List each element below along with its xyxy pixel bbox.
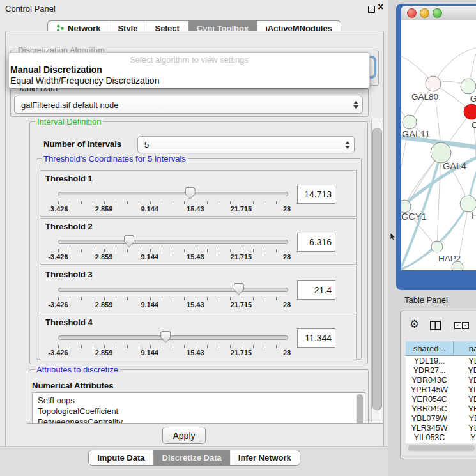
slider-track[interactable] [58,240,288,244]
threshold-panel-3: Threshold 3 -3.426 2.859 9.144 15.43 21.… [40,266,357,312]
slider-tick-labels: -3.426 2.859 9.144 15.43 21.715 28 [58,253,287,261]
tab-impute-data[interactable]: Impute Data [89,450,153,465]
table-data-value: galFiltered.sif default node [21,100,118,110]
table-panel: ⚙ ✓ ✓ shared... name YDL19...YDL1 YDR27.… [400,311,476,459]
checkbox-icon[interactable]: ✓ [454,322,461,329]
node-ga[interactable] [461,79,476,94]
slider-thumb[interactable] [234,283,244,295]
close-traffic-icon[interactable] [407,8,417,18]
table-row[interactable]: YBR045CYBR0 [406,404,476,413]
panel-title: Control Panel [5,4,56,13]
attributes-clip-region: Attributes to discretize Numerical Attri… [27,364,372,423]
threshold-panel-1: Threshold 1 -3.426 2.859 9.144 15.43 21.… [40,170,357,217]
num-intervals-value: 5 [144,140,149,150]
threshold-value-field[interactable] [297,280,335,300]
slider-thumb[interactable] [124,235,134,247]
threshold-label: Threshold 4 [45,318,93,327]
screenshot-root: Control Panel × Network Style Select Cyn… [0,0,476,476]
slider-tick-labels: -3.426 2.859 9.144 15.43 21.715 28 [58,205,287,213]
table-row[interactable]: YPR145WYPR1 [406,385,476,394]
node-hap2[interactable] [431,241,443,252]
table-row[interactable]: YER054CYER0 [406,394,476,404]
column-header-name[interactable]: name [454,341,476,356]
node-gal80[interactable] [426,76,441,91]
table-row[interactable]: YDL19...YDL1 [406,356,476,365]
list-item[interactable]: BetweennessCentrality [33,417,365,423]
table-row[interactable]: YBL079WYBL0 [406,413,476,423]
threshold-slider[interactable] [58,331,287,344]
network-window: GAL80 GA C GAL11 GAL4 GCY1 H HAP2 [396,4,476,290]
apply-button[interactable]: Apply [162,427,206,444]
network-window-titlebar[interactable] [401,6,476,20]
threshold-value-field[interactable] [297,185,335,204]
threshold-label: Threshold 1 [45,174,93,183]
scrollbar-thumb[interactable] [372,128,382,410]
threshold-slider[interactable] [58,283,287,296]
threshold-slider[interactable] [58,235,287,248]
slider-track[interactable] [58,288,288,292]
tab-infer-network[interactable]: Infer Network [230,450,300,465]
list-scrollbar[interactable] [356,394,364,423]
slider-ticks [58,201,288,204]
node-gcy1[interactable] [401,200,411,213]
label-gal11: GAL11 [402,129,430,139]
table-row[interactable]: YDR27...YDR2 [406,365,476,375]
interval-definition-label: Interval Definition [35,117,103,127]
numerical-attributes-label: Numerical Attributes [32,381,113,390]
label-gal80: GAL80 [411,92,438,102]
label-gal4: GAL4 [443,161,466,171]
dropdown-option-equal-width[interactable]: Equal Width/Frequency Discretization [10,75,159,86]
float-icon[interactable] [368,6,375,13]
horizontal-scrollbar[interactable] [406,444,476,452]
mouse-cursor-icon [390,233,396,242]
node-gal4[interactable] [431,142,451,163]
zoom-traffic-icon[interactable] [433,8,442,18]
threshold-slider[interactable] [58,187,287,200]
close-icon[interactable]: × [378,1,383,13]
list-item[interactable]: TopologicalCoefficient [33,406,365,417]
tab-discretize-data[interactable]: Discretize Data [154,450,230,465]
slider-track[interactable] [58,335,288,340]
num-intervals-label: Number of Intervals [43,139,121,149]
num-intervals-combobox[interactable]: 5 [137,136,355,153]
stepper-icon [345,141,354,149]
node-gal11[interactable] [403,115,417,129]
control-panel: Control Panel × Network Style Select Cyn… [0,0,388,476]
network-canvas[interactable]: GAL80 GA C GAL11 GAL4 GCY1 H HAP2 [401,20,476,270]
split-columns-icon[interactable] [430,321,441,330]
threshold-panel-2: Threshold 2 -3.426 2.859 9.144 15.43 21.… [40,218,357,265]
node-red[interactable] [464,104,476,119]
gear-icon[interactable]: ⚙ [410,319,419,330]
node-table: shared... name YDL19...YDL1 YDR27...YDR2… [406,341,476,443]
dropdown-option-manual[interactable]: Manual Discretization [10,65,102,75]
attributes-group-label: Attributes to discretize [35,365,120,374]
label-ga: GA [470,94,476,104]
threshold-value-field[interactable] [297,328,335,348]
label-h: H [472,210,476,220]
threshold-panel-4: Threshold 4 -3.426 2.859 9.144 15.43 21.… [40,314,357,360]
checkbox-icon[interactable]: ✓ [462,322,469,329]
table-row[interactable]: YBR043CYBR0 [406,375,476,385]
stepper-icon [353,101,362,109]
table-data-combobox[interactable]: galFiltered.sif default node [14,96,363,114]
threshold-label: Threshold 3 [45,270,93,279]
label-gcy1: GCY1 [401,211,427,222]
threshold-value-field[interactable] [297,233,335,252]
table-panel-title: Table Panel [404,295,448,305]
algorithm-dropdown-popup: Select algorithm to view settings Manual… [8,52,370,88]
slider-track[interactable] [58,192,288,196]
slider-ticks [58,249,288,252]
table-row[interactable]: YIL053CYIL0 [406,433,476,442]
column-header-shared-name[interactable]: shared... [406,341,454,356]
threshold-label: Threshold 2 [45,222,93,231]
label-hap2: HAP2 [438,254,461,263]
slider-thumb[interactable] [160,331,171,343]
slider-tick-labels: -3.426 2.859 9.144 15.43 21.715 28 [58,301,287,309]
slider-thumb[interactable] [185,187,196,199]
numerical-attributes-list: SelfLoops TopologicalCoefficient Between… [32,392,365,423]
minimize-traffic-icon[interactable] [420,8,429,18]
list-item[interactable]: SelfLoops [33,395,365,406]
table-row[interactable]: YLR345WYLR3 [406,423,476,433]
table-header-row: shared... name [406,341,476,356]
slider-tick-labels: -3.426 2.859 9.144 15.43 21.715 28 [58,349,287,357]
